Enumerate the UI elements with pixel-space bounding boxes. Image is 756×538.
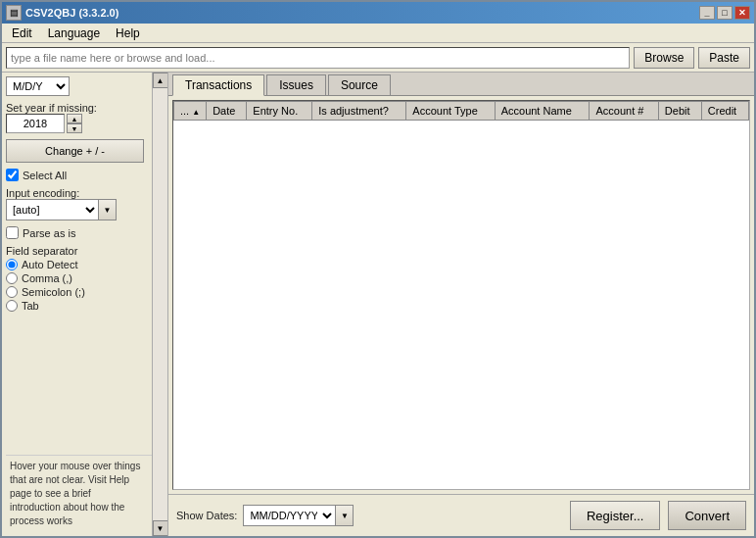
col-account-number[interactable]: Account # — [590, 102, 658, 121]
col-debit[interactable]: Debit — [658, 102, 701, 121]
left-panel: ▲ ▼ M/D/Y D/M/Y Y/M/D Set year if missin… — [2, 73, 168, 536]
show-dates-label: Show Dates: — [176, 510, 237, 521]
spinner-buttons: ▲ ▼ — [67, 114, 82, 133]
encoding-dropdown-arrow[interactable]: ▼ — [99, 199, 117, 220]
transactions-table-area: ... ▲ Date Entry No. Is adjustment? Acco… — [172, 100, 750, 490]
sort-icon: ▲ — [192, 108, 200, 117]
show-dates-dropdown-arrow[interactable]: ▼ — [336, 505, 354, 526]
year-input-row: Set year if missing: ▲ ▼ — [6, 102, 164, 133]
col-sort[interactable]: ... ▲ — [174, 102, 207, 121]
encoding-label: Input encoding: — [6, 187, 144, 199]
date-format-select-wrap: MM/DD/YYYY DD/MM/YYYY YYYY/MM/DD ▼ — [243, 505, 354, 526]
col-credit[interactable]: Credit — [701, 102, 748, 121]
set-year-label: Set year if missing: — [6, 102, 144, 114]
year-spinner: ▲ ▼ — [6, 114, 144, 133]
radio-auto-detect: Auto Detect — [6, 259, 144, 270]
col-account-name[interactable]: Account Name — [495, 102, 590, 121]
col-account-type[interactable]: Account Type — [406, 102, 495, 121]
transactions-table: ... ▲ Date Entry No. Is adjustment? Acco… — [173, 101, 749, 121]
title-bar-left: ▤ CSV2QBJ (3.3.2.0) — [6, 5, 118, 21]
radio-tab-label: Tab — [22, 300, 39, 312]
title-bar: ▤ CSV2QBJ (3.3.2.0) _ □ ✕ — [2, 2, 754, 24]
tabs: Transactions Issues Source — [168, 73, 754, 96]
select-all-row: Select All — [6, 169, 164, 181]
col-is-adjustment[interactable]: Is adjustment? — [312, 102, 406, 121]
change-button[interactable]: Change + / - — [6, 139, 144, 163]
scroll-down-arrow[interactable]: ▼ — [153, 520, 168, 536]
year-input[interactable] — [6, 114, 65, 133]
col-entry-no[interactable]: Entry No. — [247, 102, 312, 121]
title-bar-controls: _ □ ✕ — [699, 6, 750, 20]
year-decrement[interactable]: ▼ — [67, 123, 82, 133]
col-date[interactable]: Date — [207, 102, 247, 121]
bottom-bar: Show Dates: MM/DD/YYYY DD/MM/YYYY YYYY/M… — [168, 494, 754, 536]
field-separator-label: Field separator — [6, 245, 144, 257]
convert-button[interactable]: Convert — [668, 501, 746, 530]
file-input[interactable] — [6, 47, 630, 69]
radio-auto-detect-input[interactable] — [6, 259, 18, 270]
main-window: ▤ CSV2QBJ (3.3.2.0) _ □ ✕ Edit Language … — [0, 0, 756, 538]
minimize-button[interactable]: _ — [699, 6, 715, 20]
menu-language[interactable]: Language — [40, 24, 108, 42]
date-format-row: M/D/Y D/M/Y Y/M/D — [6, 76, 164, 96]
radio-semicolon-input[interactable] — [6, 286, 18, 298]
select-all-checkbox[interactable] — [6, 169, 19, 181]
sort-dots: ... — [180, 105, 189, 117]
browse-button[interactable]: Browse — [634, 47, 694, 69]
help-text: Hover your mouse over things that are no… — [6, 455, 164, 532]
window-title: CSV2QBJ (3.3.2.0) — [25, 7, 118, 19]
bottom-buttons: Register... Convert — [570, 501, 746, 530]
menu-bar: Edit Language Help — [2, 24, 754, 43]
radio-semicolon: Semicolon (;) — [6, 286, 144, 298]
radio-comma-label: Comma (,) — [22, 272, 72, 284]
left-scrollbar[interactable]: ▲ ▼ — [152, 73, 167, 536]
parse-as-is-label: Parse as is — [23, 227, 75, 239]
register-button[interactable]: Register... — [570, 501, 661, 530]
parse-as-is-checkbox[interactable] — [6, 226, 19, 239]
radio-auto-detect-label: Auto Detect — [22, 259, 77, 270]
encoding-select-wrap: [auto] ▼ — [6, 199, 144, 220]
table-header-row: ... ▲ Date Entry No. Is adjustment? Acco… — [174, 102, 749, 121]
close-button[interactable]: ✕ — [734, 6, 750, 20]
radio-comma-input[interactable] — [6, 272, 18, 284]
tab-source[interactable]: Source — [328, 74, 391, 95]
radio-semicolon-label: Semicolon (;) — [22, 286, 85, 298]
maximize-button[interactable]: □ — [717, 6, 732, 20]
radio-tab: Tab — [6, 300, 144, 312]
encoding-row: Input encoding: [auto] ▼ — [6, 187, 164, 220]
scroll-track[interactable] — [153, 88, 168, 520]
tab-transactions[interactable]: Transactions — [172, 74, 264, 96]
right-panel: Transactions Issues Source ... ▲ Date E — [168, 73, 754, 536]
show-dates-select[interactable]: MM/DD/YYYY DD/MM/YYYY YYYY/MM/DD — [243, 505, 336, 526]
app-icon: ▤ — [6, 5, 22, 21]
menu-help[interactable]: Help — [108, 24, 148, 42]
paste-button[interactable]: Paste — [698, 47, 750, 69]
radio-tab-input[interactable] — [6, 300, 18, 312]
main-content: ▲ ▼ M/D/Y D/M/Y Y/M/D Set year if missin… — [2, 73, 754, 536]
show-dates-group: Show Dates: MM/DD/YYYY DD/MM/YYYY YYYY/M… — [176, 505, 354, 526]
toolbar: Browse Paste — [2, 43, 754, 73]
radio-comma: Comma (,) — [6, 272, 144, 284]
menu-edit[interactable]: Edit — [4, 24, 40, 42]
parse-as-is-row: Parse as is — [6, 226, 164, 239]
date-format-select[interactable]: M/D/Y D/M/Y Y/M/D — [6, 76, 70, 96]
year-increment[interactable]: ▲ — [67, 114, 82, 123]
encoding-select[interactable]: [auto] — [6, 199, 99, 220]
scroll-up-arrow[interactable]: ▲ — [153, 73, 168, 88]
tab-issues[interactable]: Issues — [266, 74, 326, 95]
select-all-label: Select All — [23, 170, 67, 181]
field-separator-section: Field separator Auto Detect Comma (,) Se… — [6, 245, 164, 312]
